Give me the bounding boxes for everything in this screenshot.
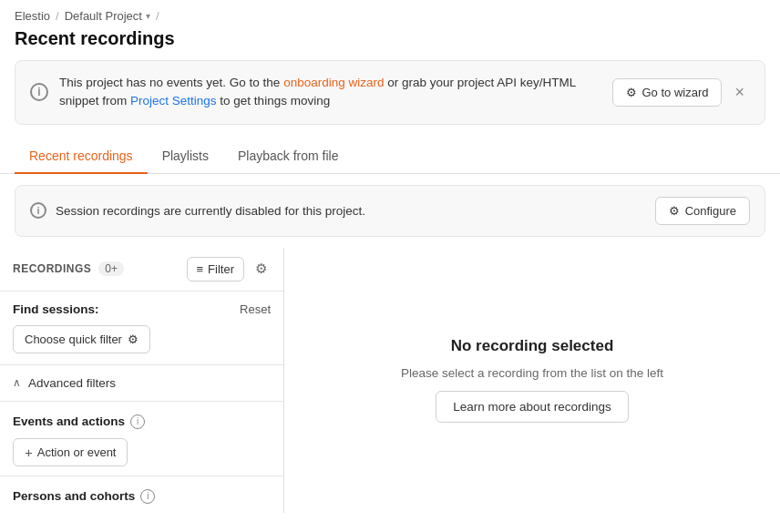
page-title: Recent recordings [0, 28, 780, 60]
tab-playlists[interactable]: Playlists [148, 139, 223, 174]
banner-close-button[interactable]: × [729, 81, 750, 104]
breadcrumb: Elestio / Default Project ▾ / [0, 0, 780, 28]
breadcrumb-project[interactable]: Default Project ▾ [65, 9, 150, 23]
disabled-recordings-banner: i Session recordings are currently disab… [15, 185, 765, 237]
tab-playback-from-file[interactable]: Playback from file [223, 139, 353, 174]
gear-icon: ⚙ [626, 86, 637, 99]
tab-recent-recordings[interactable]: Recent recordings [15, 139, 148, 174]
events-section: Events and actions i + Action or event [0, 402, 283, 476]
configure-gear-icon: ⚙ [669, 204, 680, 218]
tabs-bar: Recent recordings Playlists Playback fro… [0, 139, 780, 174]
recordings-count: 0+ [98, 261, 124, 276]
recordings-header: RECORDINGS 0+ ≡ Filter ⚙ [0, 248, 283, 292]
recordings-settings-button[interactable]: ⚙ [251, 257, 271, 281]
persons-section: Persons and cohorts i [0, 476, 283, 513]
split-layout: RECORDINGS 0+ ≡ Filter ⚙ Find sessions: … [0, 248, 780, 513]
filter-panel: Find sessions: Reset Choose quick filter… [0, 292, 283, 365]
filter-button[interactable]: ≡ Filter [187, 257, 244, 281]
onboarding-wizard-link[interactable]: onboarding wizard [283, 76, 384, 89]
onboarding-banner: i This project has no events yet. Go to … [15, 60, 765, 125]
advanced-filters-label: Advanced filters [28, 376, 116, 390]
events-label: Events and actions [13, 414, 125, 428]
banner-actions: ⚙ Go to wizard × [612, 78, 751, 107]
info-icon: i [30, 83, 48, 101]
find-sessions-row: Find sessions: Reset [13, 302, 271, 316]
configure-button[interactable]: ⚙ Configure [655, 197, 750, 225]
find-sessions-label: Find sessions: [13, 302, 99, 316]
chevron-down-icon: ▾ [146, 11, 150, 21]
persons-header: Persons and cohorts i [13, 489, 271, 504]
breadcrumb-sep1: / [56, 9, 59, 23]
persons-label: Persons and cohorts [13, 489, 135, 503]
content-area: i Session recordings are currently disab… [0, 174, 780, 513]
learn-more-button[interactable]: Learn more about recordings [436, 391, 628, 423]
chevron-up-icon: ∧ [13, 376, 21, 389]
disabled-info-icon: i [30, 202, 46, 219]
project-settings-link[interactable]: Project Settings [130, 94, 217, 107]
add-action-button[interactable]: + Action or event [13, 438, 128, 466]
events-header: Events and actions i [13, 414, 271, 429]
recordings-label: RECORDINGS [13, 262, 91, 275]
quick-filter-button[interactable]: Choose quick filter ⚙ [13, 325, 150, 353]
banner-text: This project has no events yet. Go to th… [59, 74, 601, 111]
events-info-icon: i [130, 414, 145, 429]
persons-info-icon: i [140, 489, 155, 504]
right-panel: No recording selected Please select a re… [284, 248, 780, 513]
advanced-filters-section: ∧ Advanced filters [0, 365, 283, 402]
no-recording-title: No recording selected [451, 337, 614, 355]
filter-icon: ≡ [197, 262, 204, 276]
go-to-wizard-button[interactable]: ⚙ Go to wizard [612, 78, 723, 107]
no-recording-subtitle: Please select a recording from the list … [401, 366, 663, 380]
breadcrumb-org[interactable]: Elestio [15, 9, 50, 23]
left-panel: RECORDINGS 0+ ≡ Filter ⚙ Find sessions: … [0, 248, 284, 513]
disabled-banner-text: Session recordings are currently disable… [56, 204, 646, 218]
reset-button[interactable]: Reset [240, 302, 271, 316]
advanced-filters-toggle[interactable]: ∧ Advanced filters [13, 365, 271, 401]
plus-icon: + [25, 445, 33, 460]
breadcrumb-sep2: / [156, 9, 159, 23]
quick-filter-gear-icon: ⚙ [128, 332, 139, 346]
